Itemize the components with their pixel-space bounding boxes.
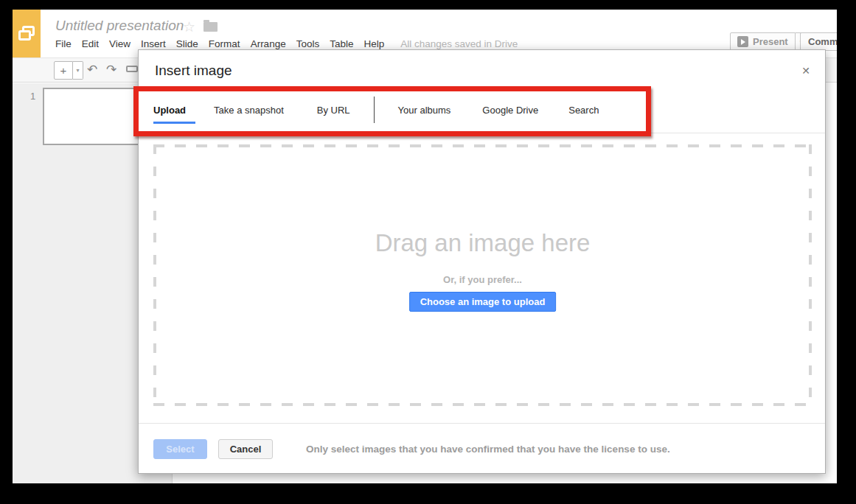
slides-logo-shape	[18, 30, 31, 41]
screenshot-frame: Untitled presentation ☆ File Edit View I…	[0, 0, 856, 504]
new-slide-dropdown[interactable]: ▾	[73, 61, 83, 80]
slides-logo	[13, 10, 41, 57]
close-icon[interactable]: ✕	[801, 65, 810, 77]
license-note: Only select images that you have confirm…	[306, 439, 670, 459]
select-button[interactable]: Select	[153, 439, 207, 459]
tab-upload[interactable]: Upload	[153, 105, 186, 116]
save-status: All changes saved in Drive	[400, 38, 518, 49]
tab-google-drive[interactable]: Google Drive	[482, 105, 538, 116]
dropzone-subline: Or, if you prefer...	[153, 274, 812, 285]
menu-tools[interactable]: Tools	[296, 38, 320, 49]
present-label: Present	[753, 36, 788, 47]
new-slide-button[interactable]: +	[54, 61, 73, 80]
insert-image-dialog: Insert image ✕ Upload Take a snapshot By…	[138, 49, 826, 474]
dialog-title: Insert image	[155, 63, 232, 79]
slide-thumbnail[interactable]	[43, 88, 151, 145]
tab-take-a-snapshot[interactable]: Take a snapshot	[214, 105, 284, 116]
image-dropzone[interactable]: Drag an image here Or, if you prefer... …	[153, 144, 812, 406]
tab-divider	[374, 97, 375, 123]
new-slide-button-group: + ▾	[54, 61, 83, 80]
choose-image-button[interactable]: Choose an image to upload	[409, 292, 557, 312]
menu-help[interactable]: Help	[363, 38, 384, 49]
tab-by-url[interactable]: By URL	[317, 105, 350, 116]
undo-icon[interactable]: ↶	[87, 62, 97, 77]
document-title[interactable]: Untitled presentation	[55, 18, 184, 34]
menu-arrange[interactable]: Arrange	[251, 38, 286, 49]
menu-edit[interactable]: Edit	[82, 38, 99, 49]
menubar: File Edit View Insert Slide Format Arran…	[55, 38, 518, 49]
dialog-footer-divider	[139, 423, 825, 424]
menu-file[interactable]: File	[55, 38, 72, 49]
comments-button[interactable]: Comm	[800, 32, 837, 51]
tab-search[interactable]: Search	[568, 105, 599, 116]
tab-your-albums[interactable]: Your albums	[398, 105, 451, 116]
active-tab-underline	[153, 122, 195, 124]
menu-view[interactable]: View	[109, 38, 131, 49]
menu-table[interactable]: Table	[330, 38, 353, 49]
menu-slide[interactable]: Slide	[176, 38, 198, 49]
folder-icon[interactable]	[203, 22, 218, 32]
play-icon	[737, 36, 748, 47]
dialog-header-divider	[139, 133, 825, 133]
dropzone-dashed-border	[153, 403, 812, 406]
dialog-tabs: Upload Take a snapshot By URL Your album…	[153, 99, 599, 121]
paint-format-icon[interactable]	[126, 66, 138, 72]
present-button-group: Present ▾	[730, 32, 808, 51]
dropzone-dashed-border	[153, 144, 812, 147]
slide-number: 1	[30, 91, 35, 102]
present-button[interactable]: Present	[730, 32, 796, 51]
app-window: Untitled presentation ☆ File Edit View I…	[13, 10, 837, 483]
dropzone-headline: Drag an image here	[153, 229, 812, 257]
cancel-button[interactable]: Cancel	[218, 439, 273, 459]
menu-insert[interactable]: Insert	[141, 38, 166, 49]
menu-format[interactable]: Format	[209, 38, 240, 49]
redo-icon[interactable]: ↷	[106, 62, 116, 77]
star-icon[interactable]: ☆	[183, 18, 195, 35]
